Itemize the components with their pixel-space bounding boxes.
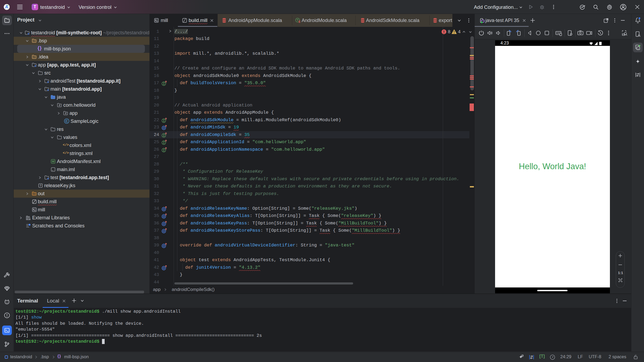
svg-text:M: M <box>52 160 54 163</box>
svg-text:C: C <box>65 119 68 123</box>
svg-text:?: ? <box>39 184 41 187</box>
